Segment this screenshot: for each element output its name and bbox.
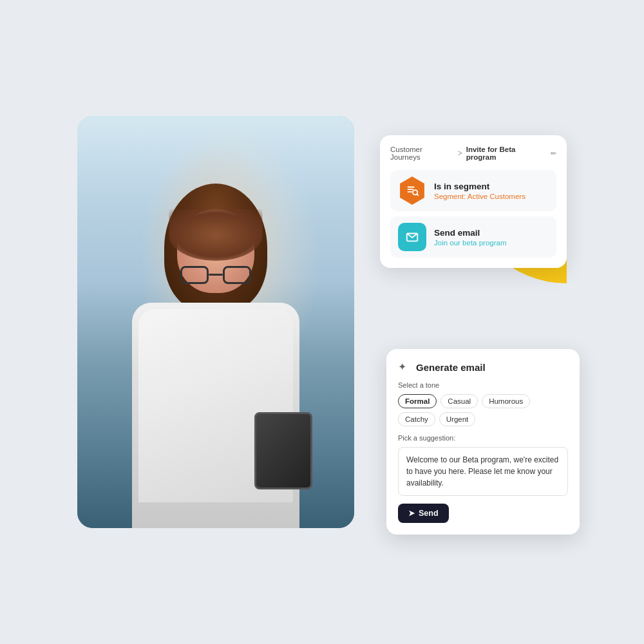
tone-label: Select a tone <box>398 381 568 389</box>
tone-formal[interactable]: Formal <box>398 394 437 408</box>
svg-line-4 <box>417 194 418 196</box>
tone-buttons: Formal Casual Humorous Catchy Urgent <box>398 394 568 426</box>
tone-humorous[interactable]: Humorous <box>482 394 530 408</box>
glass-left <box>180 266 209 284</box>
breadcrumb-parent[interactable]: Customer Journeys <box>390 146 454 161</box>
svg-rect-0 <box>408 187 415 188</box>
email-title: Send email <box>434 228 507 238</box>
tone-casual[interactable]: Casual <box>440 394 478 408</box>
tone-urgent[interactable]: Urgent <box>439 412 476 426</box>
email-icon <box>398 223 426 251</box>
send-icon: ➤ <box>408 509 415 518</box>
email-subtitle: Join our beta program <box>434 239 507 247</box>
segment-svg <box>405 184 419 198</box>
segment-icon <box>398 176 426 205</box>
main-scene: Customer Journeys > Invite for Beta prog… <box>77 97 567 547</box>
person-figure <box>113 174 319 528</box>
photo-card <box>77 116 354 528</box>
segment-item: Is in segment Segment: Active Customers <box>390 170 556 211</box>
send-button[interactable]: ➤ Send <box>398 504 449 523</box>
breadcrumb-current: Invite for Beta program <box>466 146 547 161</box>
email-item: Send email Join our beta program <box>390 216 556 258</box>
suggestion-text[interactable]: Welcome to our Beta program, we're excit… <box>398 447 568 496</box>
suggestion-label: Pick a suggestion: <box>398 434 568 442</box>
segment-text-group: Is in segment Segment: Active Customers <box>434 182 526 200</box>
segment-title: Is in segment <box>434 182 526 191</box>
breadcrumb-separator: > <box>458 149 462 158</box>
tablet <box>254 412 312 489</box>
email-svg <box>405 230 419 244</box>
edit-icon[interactable]: ✏ <box>551 149 556 158</box>
email-text-group: Send email Join our beta program <box>434 228 507 247</box>
glass-bridge <box>209 274 223 276</box>
ai-sparkle-icon: ✦ <box>398 361 411 374</box>
svg-rect-1 <box>408 189 413 190</box>
tone-catchy[interactable]: Catchy <box>398 412 435 426</box>
generate-header: ✦ Generate email <box>398 361 568 374</box>
hair-front <box>169 209 263 261</box>
segment-subtitle: Segment: Active Customers <box>434 193 526 200</box>
glass-right <box>223 266 251 284</box>
generate-card: ✦ Generate email Select a tone Formal Ca… <box>386 349 580 535</box>
generate-title: Generate email <box>416 362 486 373</box>
journey-card: Customer Journeys > Invite for Beta prog… <box>380 135 567 268</box>
svg-rect-2 <box>408 191 412 193</box>
glasses <box>180 266 251 285</box>
breadcrumb: Customer Journeys > Invite for Beta prog… <box>390 146 556 161</box>
send-label: Send <box>419 509 439 518</box>
